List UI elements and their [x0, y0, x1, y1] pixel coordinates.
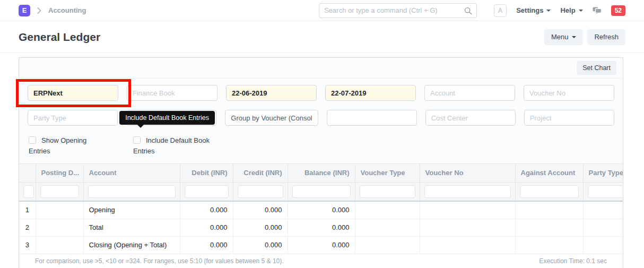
filter-row-2: Party Type Include Default Book Entries …	[28, 110, 614, 126]
settings-label: Settings	[516, 6, 543, 14]
help-label: Help	[560, 6, 575, 14]
cell-account[interactable]: Total	[83, 219, 180, 236]
filter-to-date-field: 22-07-2019	[325, 85, 416, 101]
cell-voucher-no[interactable]	[420, 236, 515, 254]
cell-credit[interactable]: 0.000	[233, 201, 288, 219]
cell-voucher-no[interactable]	[420, 201, 515, 219]
datatable: Posting D... Account Debit (INR) Credit …	[19, 163, 623, 268]
filter-project-field: Project	[524, 110, 614, 126]
page-head: General Ledger Menu Refresh	[0, 21, 644, 53]
table-row: 2 Total 0.000 0.000 0.000	[19, 219, 623, 236]
column-filter-input[interactable]	[360, 185, 415, 198]
table-row: 3 Closing (Opening + Total) 0.000 0.000 …	[19, 236, 623, 254]
filter-section: ERPNext Finance Book 22-06-2019 22-07-20…	[19, 79, 623, 163]
column-filter-input[interactable]	[588, 185, 623, 198]
filter-from-date-field: 22-06-2019	[226, 85, 317, 101]
search-icon	[464, 7, 472, 17]
notification-badge[interactable]: 52	[611, 5, 625, 16]
cell-debit[interactable]: 0.000	[180, 201, 233, 219]
project-filter[interactable]: Project	[524, 110, 614, 126]
col-header-credit[interactable]: Credit (INR)	[233, 164, 288, 182]
cell-against-account[interactable]	[515, 201, 583, 219]
row-index: 1	[19, 201, 36, 219]
cell-credit[interactable]: 0.000	[233, 219, 288, 236]
column-filter-input[interactable]	[23, 185, 34, 198]
cell-party-type[interactable]	[583, 201, 623, 219]
table-header-row: Posting D... Account Debit (INR) Credit …	[19, 164, 623, 182]
column-filter-input[interactable]	[238, 185, 283, 198]
global-search	[319, 3, 477, 18]
voucher-no-filter[interactable]: Voucher No	[524, 85, 614, 101]
cost-center-filter[interactable]: Cost Center	[425, 110, 516, 126]
cell-debit[interactable]: 0.000	[180, 219, 233, 236]
checkbox-icon[interactable]	[29, 136, 36, 144]
filter-party-type-field: Party Type	[28, 110, 118, 126]
cell-posting-date[interactable]	[36, 219, 83, 236]
cell-posting-date[interactable]	[36, 236, 83, 254]
party-type-filter[interactable]: Party Type	[28, 110, 118, 126]
col-header-against-account[interactable]: Against Account	[515, 164, 583, 182]
col-header-account[interactable]: Account	[83, 164, 180, 182]
filter-company-field: ERPNext	[28, 85, 118, 101]
cell-account[interactable]: Opening	[83, 201, 180, 219]
col-header-voucher-type[interactable]: Voucher Type	[355, 164, 420, 182]
cell-balance[interactable]: 0.000	[288, 201, 355, 219]
account-filter[interactable]: Account	[424, 85, 515, 101]
app-logo[interactable]: E	[19, 5, 30, 16]
page-title: General Ledger	[19, 31, 100, 44]
from-date-filter[interactable]: 22-06-2019	[226, 85, 317, 101]
navbar-right: A Settings Help 52	[494, 4, 625, 17]
include-default-book-entries-checkbox[interactable]: Include Default Book Entries	[133, 135, 214, 157]
col-header-posting-date[interactable]: Posting D...	[36, 164, 83, 182]
table-footer: For comparison, use >5, <10 or =324. For…	[19, 254, 623, 268]
chevron-down-icon	[572, 36, 576, 38]
settings-menu[interactable]: Settings	[516, 6, 551, 14]
row-index: 3	[19, 236, 36, 254]
column-filter-input[interactable]	[520, 185, 579, 198]
cell-balance[interactable]: 0.000	[288, 236, 355, 254]
search-input[interactable]	[319, 4, 476, 18]
set-chart-button[interactable]: Set Chart	[577, 61, 616, 75]
col-header-balance[interactable]: Balance (INR)	[288, 164, 355, 182]
company-filter[interactable]: ERPNext	[28, 85, 118, 101]
cell-voucher-type[interactable]	[355, 201, 420, 219]
table-row: 1 Opening 0.000 0.000 0.000	[19, 201, 623, 219]
checkbox-label: Include Default Book Entries	[133, 136, 210, 155]
col-header-index[interactable]	[19, 164, 36, 182]
col-header-voucher-no[interactable]: Voucher No	[420, 164, 515, 182]
cell-account[interactable]: Closing (Opening + Total)	[83, 236, 180, 254]
empty-filter[interactable]	[327, 110, 417, 126]
show-opening-entries-checkbox[interactable]: Show Opening Entries	[29, 135, 109, 157]
refresh-button[interactable]: Refresh	[587, 29, 625, 45]
col-header-party-type[interactable]: Party Type	[583, 164, 623, 182]
col-header-debit[interactable]: Debit (INR)	[180, 164, 233, 182]
user-avatar[interactable]: A	[494, 4, 507, 17]
column-filter-input[interactable]	[88, 185, 176, 198]
cell-posting-date[interactable]	[36, 201, 83, 219]
cell-voucher-type[interactable]	[355, 236, 420, 254]
filter-covered-field: Include Default Book Entries	[126, 110, 216, 126]
cell-party-type[interactable]	[583, 219, 623, 236]
breadcrumb-accounting[interactable]: Accounting	[48, 6, 86, 14]
menu-button[interactable]: Menu	[544, 29, 584, 45]
finance-book-filter[interactable]: Finance Book	[127, 85, 217, 101]
cell-party-type[interactable]	[583, 236, 623, 254]
to-date-filter[interactable]: 22-07-2019	[325, 85, 416, 101]
help-menu[interactable]: Help	[560, 6, 582, 14]
checkbox-icon[interactable]	[133, 136, 141, 144]
chat-icon[interactable]	[593, 7, 602, 14]
column-filter-input[interactable]	[40, 185, 79, 198]
cell-against-account[interactable]	[515, 236, 583, 254]
filter-row-1: ERPNext Finance Book 22-06-2019 22-07-20…	[28, 85, 614, 101]
group-by-filter[interactable]: Group by Voucher (Consol	[225, 110, 318, 126]
column-filter-input[interactable]	[424, 185, 511, 198]
checkbox-row: Show Opening Entries Include Default Boo…	[28, 135, 614, 163]
cell-voucher-type[interactable]	[355, 219, 420, 236]
cell-debit[interactable]: 0.000	[180, 236, 233, 254]
cell-credit[interactable]: 0.000	[233, 236, 288, 254]
cell-voucher-no[interactable]	[420, 219, 515, 236]
cell-balance[interactable]: 0.000	[288, 219, 355, 236]
cell-against-account[interactable]	[515, 219, 583, 236]
column-filter-input[interactable]	[185, 185, 229, 198]
column-filter-input[interactable]	[292, 185, 351, 198]
